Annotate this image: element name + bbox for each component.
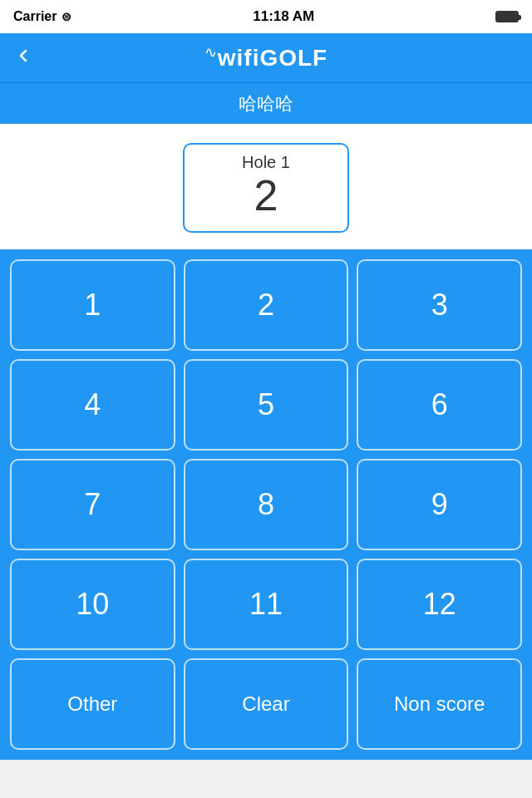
status-right xyxy=(495,11,519,22)
back-button[interactable] xyxy=(13,46,33,71)
carrier-label: Carrier xyxy=(13,9,57,24)
battery-icon xyxy=(495,11,519,22)
btn-clear[interactable]: Clear xyxy=(184,658,349,750)
nav-bar: ∿wifiGOLF xyxy=(0,33,532,83)
keypad-grid: 123456789101112OtherClearNon score xyxy=(10,259,522,750)
btn-9[interactable]: 9 xyxy=(357,459,522,550)
btn-10[interactable]: 10 xyxy=(10,559,175,650)
wifi-icon: ⊜ xyxy=(62,10,71,23)
btn-8[interactable]: 8 xyxy=(184,459,349,550)
btn-other[interactable]: Other xyxy=(10,658,175,750)
status-left: Carrier ⊜ xyxy=(13,9,71,24)
btn-nonscore[interactable]: Non score xyxy=(357,658,522,750)
score-value: 2 xyxy=(201,172,331,219)
app-title: ∿wifiGOLF xyxy=(204,43,328,71)
btn-4[interactable]: 4 xyxy=(10,359,175,451)
hole-label: Hole 1 xyxy=(201,153,331,172)
btn-7[interactable]: 7 xyxy=(10,459,175,550)
status-bar: Carrier ⊜ 11:18 AM xyxy=(0,0,532,33)
score-area: Hole 1 2 xyxy=(0,126,532,249)
btn-5[interactable]: 5 xyxy=(184,359,349,451)
btn-1[interactable]: 1 xyxy=(10,259,175,351)
course-bar: 哈哈哈 xyxy=(0,83,532,126)
btn-11[interactable]: 11 xyxy=(184,559,349,650)
btn-6[interactable]: 6 xyxy=(357,359,522,451)
wifi-title-decoration: ∿ xyxy=(204,44,218,61)
keypad-area: 123456789101112OtherClearNon score xyxy=(0,249,532,760)
btn-3[interactable]: 3 xyxy=(357,259,522,351)
score-card: Hole 1 2 xyxy=(183,143,349,233)
status-time: 11:18 AM xyxy=(253,8,314,25)
btn-12[interactable]: 12 xyxy=(357,559,522,650)
btn-2[interactable]: 2 xyxy=(184,259,349,351)
course-name: 哈哈哈 xyxy=(239,91,293,116)
